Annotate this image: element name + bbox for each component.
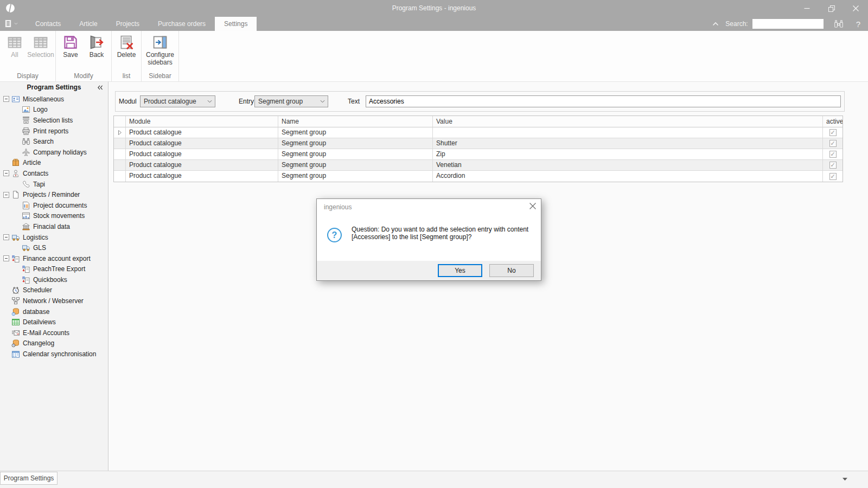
cell-value[interactable]: Shutter bbox=[433, 138, 823, 149]
sidebar-item-logistics[interactable]: Logistics bbox=[0, 232, 108, 243]
active-checkbox[interactable] bbox=[829, 173, 837, 180]
back-button[interactable]: Back bbox=[84, 34, 110, 60]
cell-name[interactable]: Segment group bbox=[278, 138, 433, 149]
row-selector-cell[interactable] bbox=[114, 171, 126, 182]
column-header-active[interactable]: active bbox=[823, 116, 843, 127]
sidebar-item-contacts[interactable]: Contacts bbox=[0, 168, 108, 179]
sidebar-item-peachtree-export[interactable]: RPeachTree Export bbox=[0, 264, 108, 275]
active-checkbox[interactable] bbox=[829, 162, 837, 169]
sidebar-item-print-reports[interactable]: Print reports bbox=[0, 126, 108, 137]
cell-active bbox=[823, 149, 843, 160]
cell-name[interactable]: Segment group bbox=[278, 171, 433, 182]
sidebar-item-project-documents[interactable]: Project documents bbox=[0, 200, 108, 211]
chevron-down-icon bbox=[14, 22, 18, 25]
tab-contacts[interactable]: Contacts bbox=[26, 17, 70, 31]
sidebar-item-calendar-synchronisation[interactable]: Calendar synchronisation bbox=[0, 349, 108, 359]
configure-sidebars-button[interactable]: Configure sidebars bbox=[143, 34, 177, 68]
save-button[interactable]: Save bbox=[58, 34, 84, 60]
close-button[interactable] bbox=[844, 0, 868, 17]
restore-button[interactable] bbox=[819, 0, 844, 17]
collapse-box-icon[interactable] bbox=[3, 255, 9, 261]
all-button[interactable]: All bbox=[2, 34, 28, 60]
table-row[interactable]: Product catalogueSegment group bbox=[114, 127, 843, 138]
sidebar-item-stock-movements[interactable]: Stock movements bbox=[0, 211, 108, 222]
cell-module[interactable]: Product catalogue bbox=[126, 127, 278, 138]
active-checkbox[interactable] bbox=[829, 151, 837, 158]
row-selector-cell[interactable] bbox=[114, 160, 126, 171]
cell-name[interactable]: Segment group bbox=[278, 149, 433, 160]
column-header-value[interactable]: Value bbox=[433, 116, 823, 127]
table-row[interactable]: Product catalogueSegment groupZip bbox=[114, 149, 843, 160]
text-input[interactable] bbox=[366, 95, 841, 107]
sidebar-item-label: Calendar synchronisation bbox=[23, 350, 96, 358]
sidebar-item-projects-reminder[interactable]: Projects / Reminder bbox=[0, 189, 108, 200]
table-row[interactable]: Product catalogueSegment groupVenetian bbox=[114, 160, 843, 171]
column-header-name[interactable]: Name bbox=[278, 116, 433, 127]
help-button[interactable]: ? bbox=[856, 20, 860, 29]
sidebar-item-scheduler[interactable]: Scheduler bbox=[0, 285, 108, 296]
cell-value[interactable]: Accordion bbox=[433, 171, 823, 182]
sidebar-item-finacial-data[interactable]: Finacial data bbox=[0, 221, 108, 232]
dialog-no-button[interactable]: No bbox=[489, 264, 534, 277]
sidebar-item-article[interactable]: Article bbox=[0, 158, 108, 169]
modul-combobox[interactable]: Product catalogue bbox=[140, 95, 215, 107]
delete-button[interactable]: Delete bbox=[113, 34, 139, 60]
active-checkbox[interactable] bbox=[829, 140, 837, 147]
sidebar-item-selection-lists[interactable]: Selection lists bbox=[0, 115, 108, 126]
search-input[interactable] bbox=[752, 19, 824, 29]
sidebar-item-search[interactable]: Search bbox=[0, 136, 108, 147]
cell-module[interactable]: Product catalogue bbox=[126, 138, 278, 149]
dialog-yes-button[interactable]: Yes bbox=[438, 264, 482, 277]
row-selector-cell[interactable] bbox=[114, 149, 126, 160]
network-icon bbox=[11, 297, 20, 305]
cell-module[interactable]: Product catalogue bbox=[126, 171, 278, 182]
selection-button[interactable]: Selection bbox=[28, 34, 54, 60]
collapse-ribbon-button[interactable] bbox=[712, 22, 719, 26]
sidebar-item-e-mail-accounts[interactable]: E-Mail Accounts bbox=[0, 328, 108, 338]
row-selector-cell[interactable] bbox=[114, 138, 126, 149]
collapse-box-icon[interactable] bbox=[3, 96, 9, 102]
sidebar-item-tapi[interactable]: Tapi bbox=[0, 179, 108, 190]
column-header-module[interactable]: Module bbox=[126, 116, 278, 127]
entry-combobox[interactable]: Segment group bbox=[254, 95, 328, 107]
cell-value[interactable] bbox=[433, 127, 823, 138]
cell-value[interactable]: Venetian bbox=[433, 160, 823, 171]
sidebar-item-database[interactable]: database bbox=[0, 306, 108, 317]
sidebar-item-quickbooks[interactable]: RQuickbooks bbox=[0, 274, 108, 285]
sidebar-item-label: Print reports bbox=[33, 127, 68, 135]
table-row[interactable]: Product catalogueSegment groupAccordion bbox=[114, 171, 843, 182]
menu-button[interactable] bbox=[4, 19, 18, 28]
sidebar-item-network-webserver[interactable]: Network / Webserver bbox=[0, 296, 108, 306]
cell-name[interactable]: Segment group bbox=[278, 160, 433, 171]
collapse-box-icon[interactable] bbox=[3, 192, 9, 198]
collapse-box-icon[interactable] bbox=[3, 170, 9, 176]
cell-name[interactable]: Segment group bbox=[278, 127, 433, 138]
cell-value[interactable]: Zip bbox=[433, 149, 823, 160]
sidebar-item-logo[interactable]: Logo bbox=[0, 105, 108, 115]
collapse-box-icon[interactable] bbox=[3, 234, 9, 240]
sidebar-item-gls[interactable]: GLS bbox=[0, 242, 108, 253]
bottom-tab-program-settings[interactable]: Program Settings bbox=[0, 472, 58, 485]
question-mark-icon: ? bbox=[327, 228, 342, 242]
tab-article[interactable]: Article bbox=[70, 17, 106, 31]
sidebar-item-miscellaneous[interactable]: Miscellaneous bbox=[0, 94, 108, 105]
tab-projects[interactable]: Projects bbox=[107, 17, 149, 31]
tab-settings[interactable]: Settings bbox=[215, 17, 257, 31]
tab-purchase-orders[interactable]: Purchase orders bbox=[149, 17, 215, 31]
cell-module[interactable]: Product catalogue bbox=[126, 149, 278, 160]
grid-table-icon bbox=[7, 35, 22, 50]
sidebar-item-label: Selection lists bbox=[33, 117, 73, 124]
sidebar-item-detailviews[interactable]: Detailviews bbox=[0, 317, 108, 328]
row-selector-cell[interactable] bbox=[114, 127, 126, 138]
collapse-chevrons-icon[interactable] bbox=[97, 84, 104, 91]
cell-module[interactable]: Product catalogue bbox=[126, 160, 278, 171]
dialog-close-icon[interactable] bbox=[529, 203, 536, 209]
sidebar-item-company-holidays[interactable]: Company holidays bbox=[0, 147, 108, 158]
table-row[interactable]: Product catalogueSegment groupShutter bbox=[114, 138, 843, 149]
dropdown-arrow-icon[interactable] bbox=[843, 478, 847, 481]
active-checkbox[interactable] bbox=[829, 129, 837, 136]
minimize-button[interactable] bbox=[795, 0, 819, 17]
sidebar-item-finance-account-export[interactable]: RFinance account export bbox=[0, 253, 108, 264]
sidebar-item-changelog[interactable]: Changelog bbox=[0, 338, 108, 349]
binoculars-icon[interactable] bbox=[833, 19, 844, 29]
